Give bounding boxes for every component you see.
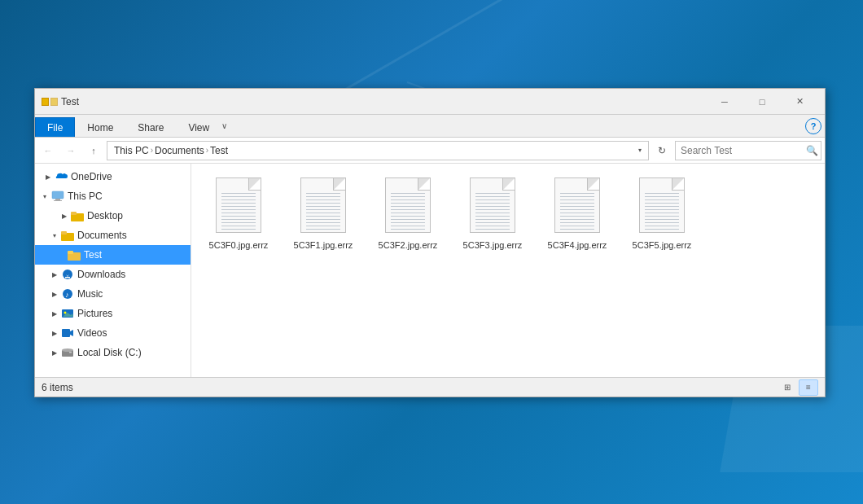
sidebar-label-music: Music — [77, 288, 103, 300]
onedrive-icon — [55, 170, 68, 183]
expand-arrow-downloads: ▶ — [48, 268, 61, 281]
sidebar-label-documents: Documents — [77, 230, 127, 241]
svg-rect-22 — [69, 352, 72, 353]
svg-text:♪: ♪ — [65, 291, 69, 299]
sidebar-item-local-disk[interactable]: ▶ Local Disk (C:) — [35, 343, 191, 362]
file-name-5: 5C3F5.jpg.errz — [633, 239, 692, 251]
svg-rect-12 — [65, 277, 70, 278]
list-view-button[interactable]: ≡ — [799, 379, 818, 396]
file-icon-2 — [382, 177, 434, 236]
item-count: 6 items — [42, 382, 73, 393]
file-item-2[interactable]: 5C3F2.jpg.errz — [369, 172, 447, 256]
file-lines-1 — [306, 193, 340, 232]
svg-rect-9 — [68, 251, 73, 254]
svg-point-16 — [64, 312, 67, 314]
file-name-3: 5C3F3.jpg.errz — [463, 239, 523, 251]
sidebar-item-videos[interactable]: ▶ Videos — [35, 323, 191, 343]
file-view: 5C3F0.jpg.errz 5C3F1.jpg.errz — [191, 164, 825, 377]
file-item-4[interactable]: 5C3F4.jpg.errz — [538, 172, 616, 256]
sidebar-item-test[interactable]: Test — [35, 245, 191, 265]
file-icon-0 — [212, 177, 265, 236]
svg-rect-18 — [62, 329, 70, 337]
svg-rect-0 — [52, 191, 64, 199]
file-lines-2 — [391, 193, 425, 232]
sidebar-item-documents[interactable]: ▾ Documents — [35, 226, 191, 245]
file-name-1: 5C3F1.jpg.errz — [294, 239, 353, 251]
file-name-4: 5C3F4.jpg.errz — [548, 239, 607, 251]
file-lines-5 — [645, 193, 679, 232]
sidebar: ▶ OneDrive ▾ This PC ▶ Deskto — [35, 164, 191, 377]
sidebar-item-music[interactable]: ▶ ♪ Music — [35, 284, 191, 304]
file-icon-4 — [551, 177, 603, 236]
grid-view-button[interactable]: ⊞ — [778, 379, 797, 396]
svg-marker-19 — [70, 330, 73, 336]
tab-share[interactable]: Share — [125, 117, 176, 137]
view-controls: ⊞ ≡ — [778, 379, 818, 396]
pc-icon — [51, 190, 64, 203]
file-lines-3 — [475, 193, 510, 232]
expand-arrow-onedrive: ▶ — [42, 170, 55, 183]
documents-folder-icon — [61, 229, 74, 242]
address-path[interactable]: This PC › Documents › Test ▾ — [107, 141, 649, 160]
path-documents[interactable]: Documents — [155, 145, 204, 156]
sidebar-item-onedrive[interactable]: ▶ OneDrive — [35, 167, 191, 186]
sidebar-label-local-disk: Local Disk (C:) — [77, 347, 142, 358]
sidebar-label-test: Test — [84, 249, 102, 261]
expand-arrow-music: ▶ — [48, 287, 61, 300]
maximize-button[interactable]: □ — [743, 89, 781, 115]
title-controls: ─ □ ✕ — [706, 89, 818, 115]
file-lines-0 — [221, 193, 256, 232]
sidebar-item-downloads[interactable]: ▶ Downloads — [35, 265, 191, 284]
up-button[interactable]: ↑ — [84, 141, 103, 160]
file-item-1[interactable]: 5C3F1.jpg.errz — [284, 172, 362, 256]
expand-arrow-desktop: ▶ — [58, 209, 71, 222]
ribbon-tabs: File Home Share View ∨ ? — [35, 115, 825, 138]
file-icon-1 — [297, 177, 349, 236]
minimize-button[interactable]: ─ — [706, 89, 743, 115]
sidebar-item-desktop[interactable]: ▶ Desktop — [35, 206, 191, 226]
file-name-2: 5C3F2.jpg.errz — [379, 239, 438, 251]
sidebar-label-onedrive: OneDrive — [71, 171, 112, 182]
downloads-icon — [61, 268, 74, 281]
title-bar-icon — [42, 95, 58, 108]
window-title: Test — [61, 96, 706, 107]
tab-view[interactable]: View — [176, 117, 221, 137]
file-lines-4 — [560, 193, 594, 232]
svg-point-21 — [62, 348, 73, 352]
sidebar-label-videos: Videos — [77, 327, 107, 339]
forward-button[interactable]: → — [61, 141, 81, 160]
file-name-0: 5C3F0.jpg.errz — [209, 239, 269, 251]
status-bar: 6 items ⊞ ≡ — [35, 377, 825, 397]
file-item-3[interactable]: 5C3F3.jpg.errz — [453, 172, 532, 256]
path-this-pc[interactable]: This PC — [114, 145, 149, 156]
tab-file[interactable]: File — [35, 117, 75, 137]
path-sep-2: › — [206, 146, 208, 155]
main-content: ▶ OneDrive ▾ This PC ▶ Deskto — [35, 164, 825, 377]
disk-icon — [61, 346, 74, 359]
file-item-5[interactable]: 5C3F5.jpg.errz — [623, 172, 701, 256]
sidebar-item-pictures[interactable]: ▶ Pictures — [35, 304, 191, 323]
ribbon-chevron-icon[interactable]: ∨ — [221, 121, 227, 130]
sidebar-item-this-pc[interactable]: ▾ This PC — [35, 186, 191, 206]
videos-icon — [61, 327, 74, 340]
file-item[interactable]: 5C3F0.jpg.errz — [199, 172, 278, 256]
folder-icon-small2 — [50, 98, 58, 106]
sidebar-label-this-pc: This PC — [68, 191, 103, 202]
search-icon[interactable]: 🔍 — [806, 145, 818, 156]
svg-rect-2 — [54, 200, 62, 201]
path-dropdown-icon[interactable]: ▾ — [638, 147, 642, 154]
search-box[interactable]: 🔍 — [675, 141, 821, 160]
path-test[interactable]: Test — [210, 145, 228, 156]
test-folder-icon — [68, 248, 81, 261]
help-button[interactable]: ? — [805, 118, 821, 134]
search-input[interactable] — [681, 145, 803, 156]
address-bar: ← → ↑ This PC › Documents › Test ▾ ↻ 🔍 — [35, 138, 825, 164]
close-button[interactable]: ✕ — [781, 89, 818, 115]
refresh-button[interactable]: ↻ — [652, 141, 672, 160]
sidebar-label-pictures: Pictures — [77, 308, 112, 319]
expand-arrow-this-pc: ▾ — [38, 190, 51, 203]
back-button[interactable]: ← — [38, 141, 58, 160]
sidebar-label-desktop: Desktop — [87, 210, 123, 221]
tab-home[interactable]: Home — [75, 117, 125, 137]
pictures-icon — [61, 307, 74, 320]
